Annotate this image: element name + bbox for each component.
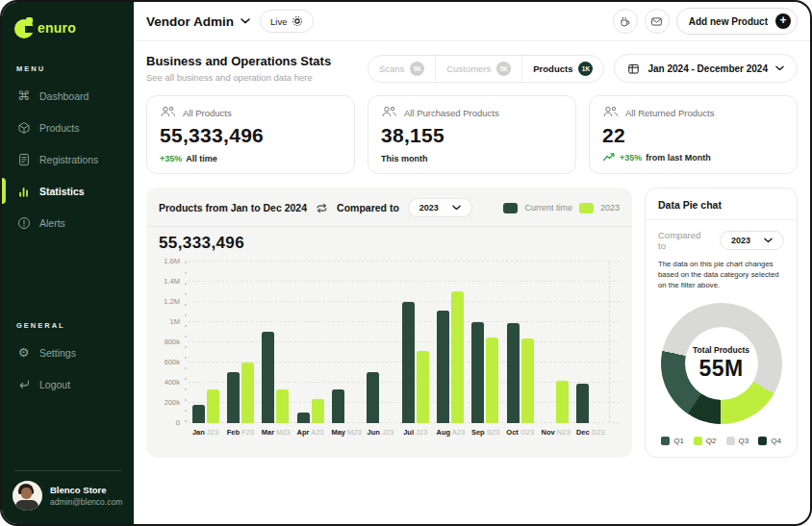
x-tick-label: Feb F23: [226, 428, 254, 437]
pie-legend-item: Q4: [758, 437, 781, 445]
mail-icon: [650, 15, 663, 28]
y-tick-label: 400k: [165, 378, 180, 387]
bar-2023: [241, 363, 254, 423]
sidebar-item-settings[interactable]: ⚙Settings: [2, 337, 134, 368]
sidebar-item-logout[interactable]: Logout: [2, 368, 134, 400]
donut-chart: Total Products 55M: [661, 303, 782, 424]
alerts-icon: [16, 215, 31, 230]
x-tick-label: Oct O23: [506, 428, 534, 437]
pie-legend-item: Q2: [694, 437, 717, 445]
pie-compare-year-select[interactable]: 2023: [720, 231, 784, 250]
bar-2023: [521, 338, 534, 423]
stat-footer-text: All time: [186, 154, 217, 163]
vendor-admin-dropdown[interactable]: Vendor Admin: [146, 14, 250, 29]
sidebar-item-label: Dashboard: [39, 90, 89, 102]
pie-compared-to-label: Compared to: [658, 230, 710, 251]
bar-current-time: [332, 389, 344, 423]
stat-card-label: All Purchased Products: [404, 108, 499, 118]
y-tick-label: 1.6M: [164, 257, 180, 265]
cup-button[interactable]: [613, 9, 638, 34]
stat-card-footer: +35%All time: [160, 154, 342, 163]
sidebar-item-label: Registrations: [39, 154, 98, 165]
bar-current-time: [437, 311, 449, 423]
y-tick-label: 800k: [165, 338, 180, 346]
y-tick-label: 1.4M: [164, 277, 180, 286]
date-range-label: Jan 2024 - December 2024: [647, 63, 768, 74]
add-product-label: Add new Product: [689, 16, 768, 27]
products-cube-icon: [16, 120, 31, 135]
registrations-document-icon: [16, 152, 31, 166]
pie-chart-card: Data Pie chat Compared to 2023 The data …: [645, 188, 798, 458]
pie-card-title: Data Pie chat: [658, 199, 784, 211]
bar-group-mar: [262, 332, 290, 423]
user-account[interactable]: Blenco Store admin@blenco.com: [2, 481, 134, 514]
sidebar-item-alerts[interactable]: Alerts: [2, 207, 134, 238]
date-range-picker[interactable]: Jan 2024 - December 2024: [614, 54, 798, 83]
content: Business and Operations Stats See all bu…: [134, 41, 810, 524]
sidebar: enuro MENU ⌘DashboardProductsRegistratio…: [2, 2, 134, 524]
legend-swatch: [758, 437, 767, 445]
legend-swatch: [579, 203, 594, 213]
page-subtitle: See all business and operation data here: [146, 72, 331, 83]
calendar-icon: [627, 63, 640, 75]
menu-section-label: MENU: [2, 64, 134, 73]
filter-label: Scans: [379, 63, 404, 74]
y-tick-label: 1M: [170, 317, 180, 326]
stat-card: All Returned Products22+35%from last Mon…: [589, 95, 798, 174]
bar-2023: [417, 351, 429, 423]
compare-year-select[interactable]: 2023: [408, 198, 472, 217]
people-icon: [160, 106, 176, 119]
user-name: Blenco Store: [50, 485, 122, 495]
stat-card-footer: +35%from last Month: [602, 152, 784, 163]
bars: [188, 262, 620, 423]
people-icon: [381, 106, 397, 119]
legend-label: Current time: [524, 203, 572, 213]
bar-current-time: [367, 372, 379, 423]
chevron-down-icon: [764, 238, 773, 243]
y-axis: 0200k400k600k800k1M1.2M1.4M1.6M: [159, 262, 188, 423]
mail-button[interactable]: [645, 9, 670, 34]
user-email: admin@blenco.com: [50, 497, 122, 507]
sidebar-general: ⚙SettingsLogout: [2, 337, 134, 400]
add-new-product-button[interactable]: Add new Product +: [676, 8, 798, 35]
stat-footer-text: This month: [381, 154, 428, 163]
filter-scans[interactable]: Scans9K: [368, 56, 436, 82]
trend-up-icon: [602, 152, 616, 163]
filter-customers[interactable]: Customers5K: [436, 56, 522, 82]
sidebar-item-label: Statistics: [39, 186, 85, 197]
topbar: Vendor Admin Live Add new Product +: [134, 2, 810, 41]
bar-chart-legend: Current time2023: [503, 203, 620, 213]
sidebar-item-label: Products: [39, 122, 79, 134]
stat-delta: +35%: [620, 153, 642, 163]
filter-count-badge: 5K: [496, 62, 511, 76]
filter-count-badge: 9K: [410, 62, 424, 76]
sidebar-item-registrations[interactable]: Registrations: [2, 143, 134, 175]
brand-name: enuro: [38, 20, 76, 36]
filter-products[interactable]: Products1K: [522, 56, 603, 82]
bar-current-time: [576, 384, 589, 423]
sidebar-item-statistics[interactable]: Statistics: [2, 175, 134, 207]
legend-label: Q1: [673, 437, 684, 445]
logout-icon: [16, 377, 31, 391]
compare-swap-icon[interactable]: [316, 202, 328, 214]
legend-swatch: [694, 437, 702, 445]
bar-chart-title: Products from Jan to Dec 2024: [159, 202, 307, 213]
bar-current-time: [192, 405, 205, 423]
bar-current-time: [297, 413, 310, 423]
x-tick-label: Jun J23: [367, 428, 394, 437]
brand-logo: enuro: [2, 14, 134, 41]
live-badge: Live: [260, 10, 314, 33]
sidebar-item-label: Logout: [39, 379, 70, 390]
stat-cards-row: All Products55,333,496+35%All timeAll Pu…: [146, 95, 798, 174]
general-section-label: GENERAL: [2, 321, 134, 330]
bar-2023: [486, 338, 498, 423]
bar-chart-card: Products from Jan to Dec 2024 Compared t…: [146, 188, 632, 458]
bar-group-dec: [576, 384, 604, 423]
sidebar-item-products[interactable]: Products: [2, 112, 134, 143]
donut-center-label: Total Products: [693, 345, 749, 355]
app-window: enuro MENU ⌘DashboardProductsRegistratio…: [0, 0, 812, 526]
legend-label: Q2: [706, 437, 717, 445]
bar-2023: [451, 291, 464, 423]
sidebar-item-dashboard[interactable]: ⌘Dashboard: [2, 80, 134, 112]
sidebar-menu: ⌘DashboardProductsRegistrationsStatistic…: [2, 80, 134, 238]
